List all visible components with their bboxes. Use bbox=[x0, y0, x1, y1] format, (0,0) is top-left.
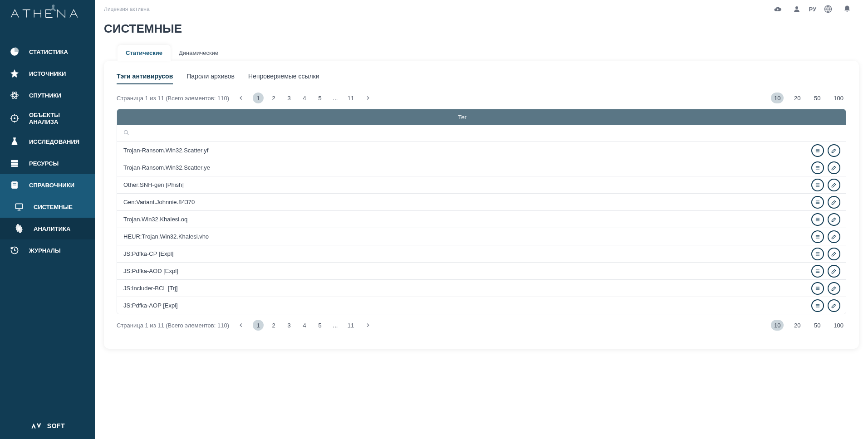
page-size-100[interactable]: 100 bbox=[831, 93, 846, 103]
table-header-tag[interactable]: Тег bbox=[117, 109, 808, 125]
user-icon[interactable] bbox=[790, 2, 804, 16]
table-cell-tag: Gen:Variant.Johnnie.84370 bbox=[117, 194, 811, 210]
svg-rect-10 bbox=[13, 185, 16, 185]
pager-page-3[interactable]: 3 bbox=[284, 93, 294, 103]
svg-rect-9 bbox=[13, 183, 16, 184]
page-size-50-b[interactable]: 50 bbox=[811, 320, 824, 331]
edit-icon bbox=[831, 199, 837, 205]
table-row: Trojan.Win32.Khalesi.oq bbox=[117, 211, 846, 228]
bell-icon[interactable] bbox=[840, 2, 854, 16]
edit-button[interactable] bbox=[828, 161, 840, 174]
pager-page-1-b[interactable]: 1 bbox=[253, 320, 264, 331]
sidebar-nav: СТАТИСТИКА ИСТОЧНИКИ СПУТНИКИ ОБЪЕКТЫ АН… bbox=[0, 27, 95, 413]
edit-button[interactable] bbox=[828, 179, 840, 191]
view-button[interactable] bbox=[811, 299, 824, 312]
svg-point-4 bbox=[14, 117, 15, 119]
edit-button[interactable] bbox=[828, 230, 840, 243]
page-title: СИСТЕМНЫЕ bbox=[95, 18, 868, 45]
sidebar-footer: SOFT bbox=[0, 413, 95, 439]
server-icon bbox=[9, 158, 20, 169]
table-search[interactable] bbox=[117, 125, 808, 141]
pagination-top: Страница 1 из 11 (Всего элементов: 110) … bbox=[117, 93, 846, 103]
nav-item-analysis-objects[interactable]: ОБЪЕКТЫ АНАЛИЗА bbox=[0, 106, 95, 131]
edit-button[interactable] bbox=[828, 299, 840, 312]
pager-page-4-b[interactable]: 4 bbox=[299, 320, 310, 331]
page-size-selector: 10 20 50 100 bbox=[771, 93, 846, 103]
nav-label: ИССЛЕДОВАНИЯ bbox=[29, 138, 79, 145]
view-button[interactable] bbox=[811, 213, 824, 226]
view-button[interactable] bbox=[811, 196, 824, 209]
view-button[interactable] bbox=[811, 282, 824, 295]
nav-item-satellites[interactable]: СПУТНИКИ bbox=[0, 84, 95, 106]
table-row: JS:Pdfka-AOP [Expl] bbox=[117, 297, 846, 314]
pager-page-3-b[interactable]: 3 bbox=[284, 320, 294, 331]
row-actions bbox=[811, 161, 846, 174]
nav-label: РЕСУРСЫ bbox=[29, 160, 59, 167]
pager-page-4[interactable]: 4 bbox=[299, 93, 310, 103]
table-cell-tag: Trojan-Ransom.Win32.Scatter.yf bbox=[117, 142, 811, 159]
page-size-100-b[interactable]: 100 bbox=[831, 320, 846, 331]
table-cell-tag: Trojan.Win32.Khalesi.oq bbox=[117, 211, 811, 228]
nav-label: АНАЛИТИКА bbox=[34, 225, 70, 232]
row-actions bbox=[811, 299, 846, 312]
view-button[interactable] bbox=[811, 230, 824, 243]
star-icon bbox=[9, 68, 20, 79]
view-button[interactable] bbox=[811, 161, 824, 174]
globe-icon[interactable] bbox=[821, 2, 835, 16]
content-card: Тэги антивирусов Пароли архивов Непровер… bbox=[104, 61, 859, 349]
nav-item-analytics[interactable]: АНАЛИТИКА bbox=[0, 218, 95, 239]
edit-button[interactable] bbox=[828, 248, 840, 260]
nav-item-references[interactable]: СПРАВОЧНИКИ bbox=[0, 174, 95, 196]
book-icon bbox=[9, 180, 20, 190]
pager-prev[interactable] bbox=[236, 93, 245, 102]
nav-label: ЖУРНАЛЫ bbox=[29, 247, 61, 254]
pager-page-11-b[interactable]: 11 bbox=[345, 320, 356, 331]
pager-page-5[interactable]: 5 bbox=[314, 93, 325, 103]
edit-button[interactable] bbox=[828, 265, 840, 278]
edit-button[interactable] bbox=[828, 282, 840, 295]
pager-page-1[interactable]: 1 bbox=[253, 93, 264, 103]
pager-page-5-b[interactable]: 5 bbox=[314, 320, 325, 331]
pager-prev-bottom[interactable] bbox=[236, 321, 245, 330]
edit-button[interactable] bbox=[828, 144, 840, 157]
pager-next-bottom[interactable] bbox=[363, 321, 373, 330]
inner-tab-unchecked-links[interactable]: Непроверяемые ссылки bbox=[248, 69, 319, 84]
table-search-row bbox=[117, 125, 846, 142]
page-size-10-b[interactable]: 10 bbox=[771, 320, 784, 331]
pin-icon[interactable] bbox=[15, 3, 92, 17]
language-selector[interactable]: РУ bbox=[809, 6, 816, 13]
edit-button[interactable] bbox=[828, 213, 840, 226]
edit-icon bbox=[831, 268, 837, 274]
nav-item-system[interactable]: СИСТЕМНЫЕ bbox=[0, 196, 95, 218]
nav-item-sources[interactable]: ИСТОЧНИКИ bbox=[0, 63, 95, 84]
page-size-20-b[interactable]: 20 bbox=[791, 320, 804, 331]
view-button[interactable] bbox=[811, 179, 824, 191]
pager-page-11[interactable]: 11 bbox=[345, 93, 356, 103]
nav-item-research[interactable]: ИССЛЕДОВАНИЯ bbox=[0, 131, 95, 152]
gear-icon bbox=[14, 223, 25, 234]
tab-static[interactable]: Статические bbox=[118, 45, 171, 61]
list-icon bbox=[814, 199, 821, 205]
pager-page-2-b[interactable]: 2 bbox=[268, 320, 279, 331]
nav-label: ОБЪЕКТЫ АНАЛИЗА bbox=[29, 112, 86, 125]
pager-next[interactable] bbox=[363, 93, 373, 102]
edit-button[interactable] bbox=[828, 196, 840, 209]
page-size-10[interactable]: 10 bbox=[771, 93, 784, 103]
pager-buttons: 1 2 3 4 5 ... 11 bbox=[253, 93, 356, 103]
tab-dynamic[interactable]: Динамические bbox=[171, 45, 226, 61]
view-button[interactable] bbox=[811, 265, 824, 278]
page-size-50[interactable]: 50 bbox=[811, 93, 824, 103]
inner-tab-av-tags[interactable]: Тэги антивирусов bbox=[117, 69, 173, 84]
view-button[interactable] bbox=[811, 144, 824, 157]
svg-point-0 bbox=[11, 94, 19, 97]
nav-item-resources[interactable]: РЕСУРСЫ bbox=[0, 152, 95, 174]
nav-item-statistics[interactable]: СТАТИСТИКА bbox=[0, 41, 95, 63]
pager-page-2[interactable]: 2 bbox=[268, 93, 279, 103]
nav-item-journals[interactable]: ЖУРНАЛЫ bbox=[0, 239, 95, 261]
cloud-download-icon[interactable] bbox=[770, 2, 785, 16]
edit-icon bbox=[831, 302, 837, 309]
edit-icon bbox=[831, 182, 837, 188]
inner-tab-archive-passwords[interactable]: Пароли архивов bbox=[186, 69, 235, 84]
view-button[interactable] bbox=[811, 248, 824, 260]
page-size-20[interactable]: 20 bbox=[791, 93, 804, 103]
